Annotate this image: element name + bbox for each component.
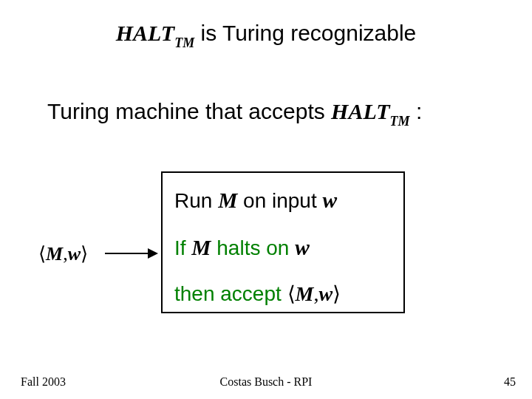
algo-line-1: Run M on input w: [174, 186, 392, 216]
halt-symbol-sub: TM: [174, 35, 194, 50]
halt-symbol-main-2: HALT: [331, 99, 389, 123]
algo-line-2: If M halts on w: [174, 233, 392, 263]
tuple-w: w: [68, 243, 81, 265]
tuple-close: ⟩: [81, 243, 88, 265]
tuple-m: M: [46, 243, 63, 265]
accept-m: M: [296, 282, 314, 305]
halt-symbol-sub-2: TM: [390, 114, 410, 129]
slide-subtitle: Turing machine that accepts HALTTM :: [47, 99, 422, 128]
slide: HALTTM is Turing recognizable Turing mac…: [0, 0, 532, 399]
var-m-2: M: [191, 236, 211, 259]
run-label: Run: [174, 189, 218, 212]
accept-open: ⟨: [287, 282, 296, 305]
then-accept-label: then accept: [174, 282, 287, 305]
tuple-open: ⟨: [38, 243, 46, 265]
arrow-icon: [105, 253, 157, 254]
on-input-label: on input: [237, 189, 322, 212]
algo-line-3: then accept ⟨M,w⟩: [174, 280, 392, 308]
slide-title: HALTTM is Turing recognizable: [0, 21, 532, 50]
title-rest: is Turing recognizable: [194, 21, 416, 45]
input-tuple: ⟨M,w⟩: [38, 242, 88, 265]
halts-on-label: halts on: [211, 236, 295, 259]
var-m-1: M: [218, 188, 237, 212]
accept-tuple: ⟨M,w⟩: [287, 282, 341, 305]
var-w-1: w: [323, 188, 338, 212]
halt-symbol-main: HALT: [116, 21, 174, 45]
subtitle-colon: :: [410, 99, 423, 123]
footer-center: Costas Busch - RPI: [0, 375, 532, 389]
footer-page-number: 45: [504, 375, 516, 389]
accept-w: w: [318, 282, 332, 305]
accept-close: ⟩: [332, 282, 341, 305]
var-w-2: w: [295, 236, 310, 259]
subtitle-text: Turing machine that accepts: [47, 99, 331, 123]
if-label: If: [174, 236, 191, 259]
algorithm-box: Run M on input w If M halts on w then ac…: [161, 171, 405, 313]
